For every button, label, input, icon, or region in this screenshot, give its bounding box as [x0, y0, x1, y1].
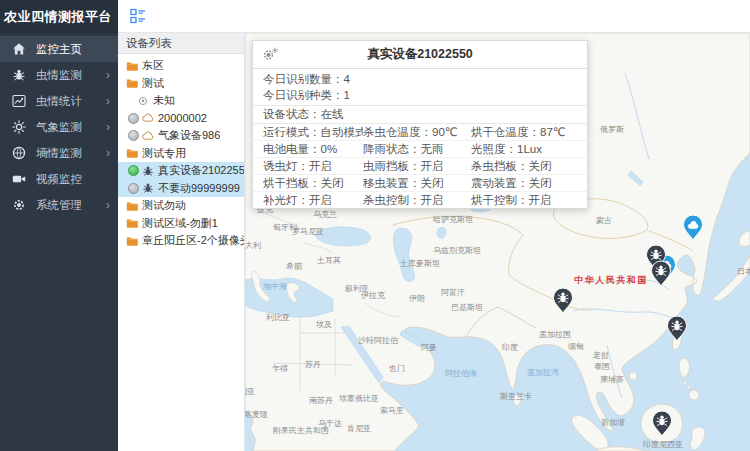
sun-icon — [12, 120, 26, 134]
device-popup-header: 真实设备21022550 — [253, 41, 587, 69]
tree-node[interactable]: 真实设备21022550 — [118, 162, 244, 180]
unknown-marker-icon — [137, 95, 149, 107]
sidebar-item-label: 墒情监测 — [36, 146, 106, 161]
aral-sea — [437, 228, 446, 239]
japan-honshu — [713, 255, 750, 301]
device-popup: 真实设备21022550 今日识别数量：4今日识别种类：1 设备状态：在线 运行… — [252, 40, 588, 209]
visayas-1 — [683, 381, 686, 384]
folder-icon — [126, 235, 138, 247]
tree-node-label: 测试区域-勿删1 — [142, 216, 218, 231]
tree-node[interactable]: 20000002 — [118, 110, 244, 128]
device-popup-grid: 运行模式：自动模式杀虫仓温度：90℃烘干仓温度：87℃电池电量：0%降雨状态：无… — [253, 124, 587, 208]
tree-node-label: 气象设备986 — [158, 128, 220, 143]
popup-grid-cell: 烘干仓温度：87℃ — [471, 124, 587, 140]
map-marker-insect[interactable] — [668, 316, 687, 341]
sidebar-item[interactable]: 系统管理 › — [0, 192, 118, 218]
popup-grid-cell: 虫雨挡板：开启 — [363, 158, 471, 174]
popup-grid-cell: 运行模式：自动模式 — [253, 124, 363, 140]
popup-grid-cell: 移虫装置：关闭 — [363, 175, 471, 191]
popup-grid-row: 电池电量：0%降雨状态：无雨光照度：1Lux — [253, 141, 587, 158]
sidebar-item-label: 监控主页 — [36, 42, 110, 57]
topbar — [118, 0, 750, 33]
tree-node[interactable]: 章丘阳丘区-2个摄像头 — [118, 232, 244, 250]
device-panel-header: 设备列表 — [118, 33, 244, 54]
popup-grid-cell: 电池电量：0% — [253, 141, 363, 157]
popup-grid-cell: 烘干挡板：关闭 — [253, 175, 363, 191]
tree-node[interactable]: 不要动99999999 — [118, 180, 244, 198]
tree-node-label: 测试勿动 — [142, 198, 186, 213]
folder-icon — [126, 217, 138, 229]
globe-icon — [12, 146, 26, 160]
status-dot-offline — [128, 183, 139, 194]
sidebar-item[interactable]: 虫情统计 › — [0, 88, 118, 114]
bug-icon — [142, 165, 154, 177]
bug-icon — [12, 68, 26, 82]
japan-hokkaido — [739, 231, 750, 246]
popup-grid-cell: 补光灯：开启 — [253, 192, 363, 208]
sidebar-item-label: 虫情监测 — [36, 68, 106, 83]
tree-node-label: 测试 — [142, 76, 164, 91]
tree-node-label: 未知 — [153, 93, 175, 108]
visayas-2 — [687, 385, 690, 388]
hainan — [629, 372, 637, 380]
home-icon — [12, 42, 26, 56]
sidebar-item-label: 虫情统计 — [36, 94, 106, 109]
tree-toggle-icon[interactable] — [130, 8, 146, 24]
popup-summary-row: 今日识别数量：4 — [253, 72, 587, 88]
tree-node[interactable]: 东区 — [118, 57, 244, 75]
device-popup-title: 真实设备21022550 — [279, 46, 561, 63]
weather-cloud-icon — [142, 112, 154, 124]
tree-node[interactable]: 测试专用 — [118, 145, 244, 163]
popup-grid-cell: 光照度：1Lux — [471, 141, 587, 157]
sidebar-item[interactable]: 视频监控 — [0, 166, 118, 192]
popup-grid-cell: 烘干控制：开启 — [471, 192, 587, 208]
sidebar-item[interactable]: 墒情监测 › — [0, 140, 118, 166]
sidebar: 农业四情测报平台 监控主页 虫情监测 › 虫情统计 › 气象监测 › 墒情监测 … — [0, 0, 118, 451]
gears-icon[interactable] — [263, 47, 279, 62]
sulawesi — [690, 427, 705, 450]
tree-node-label: 章丘阳丘区-2个摄像头 — [142, 233, 244, 248]
folder-icon — [126, 77, 138, 89]
chevron-right-icon: › — [106, 95, 110, 107]
tree-node[interactable]: 测试勿动 — [118, 197, 244, 215]
camera-icon — [12, 172, 26, 186]
popup-grid-row: 诱虫灯：开启虫雨挡板：开启杀虫挡板：关闭 — [253, 158, 587, 175]
tree-node[interactable]: 未知 — [118, 92, 244, 110]
popup-grid-cell: 杀虫仓温度：90℃ — [363, 124, 471, 140]
popup-grid-cell: 杀虫挡板：关闭 — [471, 158, 587, 174]
folder-icon — [126, 60, 138, 72]
device-status-row: 设备状态：在线 — [253, 106, 587, 124]
gear-icon — [12, 198, 26, 212]
tree-node[interactable]: 测试 — [118, 75, 244, 93]
mindanao — [689, 390, 699, 400]
chevron-right-icon: › — [106, 69, 110, 81]
status-dot-offline — [128, 130, 139, 141]
tree-node-label: 20000002 — [158, 112, 207, 124]
app-title: 农业四情测报平台 — [0, 0, 118, 33]
device-popup-summary: 今日识别数量：4今日识别种类：1 — [253, 69, 587, 106]
tree-node-label: 东区 — [142, 58, 164, 73]
popup-summary-row: 今日识别种类：1 — [253, 88, 587, 104]
app-window: 农业四情测报平台 监控主页 虫情监测 › 虫情统计 › 气象监测 › 墒情监测 … — [0, 0, 750, 451]
popup-grid-cell: 震动装置：关闭 — [471, 175, 587, 191]
sidebar-item[interactable]: 监控主页 — [0, 36, 118, 62]
popup-grid-cell: 杀虫控制：开启 — [363, 192, 471, 208]
bug-icon — [142, 182, 154, 194]
popup-grid-row: 补光灯：开启杀虫控制：开启烘干控制：开启 — [253, 192, 587, 208]
chart-icon — [12, 94, 26, 108]
folder-icon — [126, 147, 138, 159]
popup-grid-row: 烘干挡板：关闭移虫装置：关闭震动装置：关闭 — [253, 175, 587, 192]
sidebar-item[interactable]: 虫情监测 › — [0, 62, 118, 88]
tree-node-label: 测试专用 — [142, 146, 186, 161]
sidebar-item-label: 气象监测 — [36, 120, 106, 135]
chevron-right-icon: › — [106, 199, 110, 211]
popup-grid-row: 运行模式：自动模式杀虫仓温度：90℃烘干仓温度：87℃ — [253, 124, 587, 141]
luzon — [679, 359, 689, 377]
chevron-right-icon: › — [106, 121, 110, 133]
tree-node[interactable]: 气象设备986 — [118, 127, 244, 145]
status-dot-offline — [128, 113, 139, 124]
tree-node[interactable]: 测试区域-勿删1 — [118, 215, 244, 233]
sidebar-item-label: 系统管理 — [36, 198, 106, 213]
sidebar-item[interactable]: 气象监测 › — [0, 114, 118, 140]
popup-grid-cell: 降雨状态：无雨 — [363, 141, 471, 157]
